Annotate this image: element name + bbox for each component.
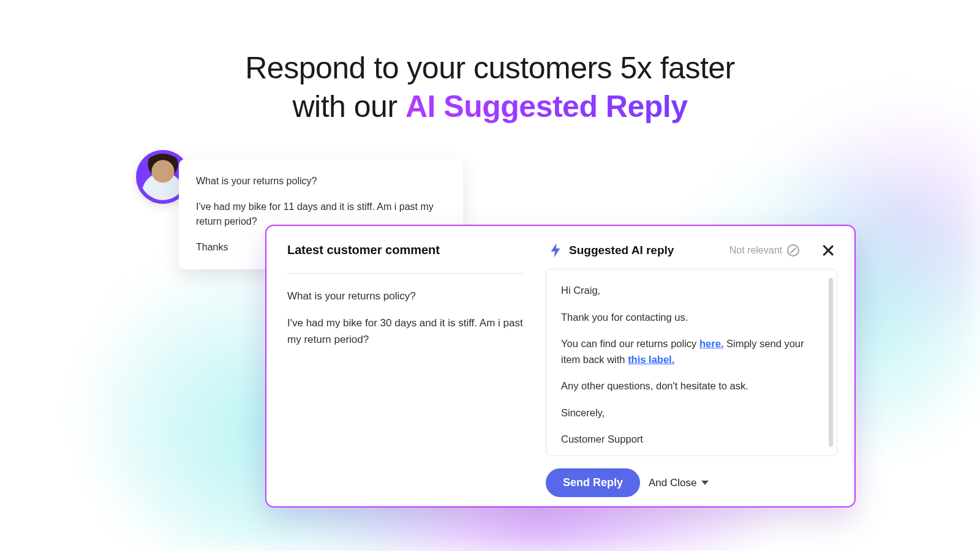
latest-comment-body: What is your returns policy? I've had my… [287,288,524,348]
and-close-label: And Close [649,477,696,489]
reply-thanks: Thank you for contacting us. [561,310,822,326]
not-relevant-label: Not relevant [729,245,782,256]
ai-reply-panel: Latest customer comment What is your ret… [265,225,856,508]
chevron-down-icon [701,481,709,485]
return-label-link[interactable]: this label. [628,354,674,365]
latest-comment-column: Latest customer comment What is your ret… [266,226,542,506]
suggested-reply-column: Suggested AI reply Not relevant Hi Craig… [542,226,854,506]
headline-line1: Respond to your customers 5x faster [245,51,735,85]
latest-comment-title: Latest customer comment [287,243,524,257]
reply-actions: Send Reply And Close [546,468,837,497]
headline-accent: AI Suggested Reply [405,89,688,124]
suggested-reply-textbox[interactable]: Hi Craig, Thank you for contacting us. Y… [546,269,837,456]
reply-policy-line: You can find our returns policy here. Si… [561,336,822,367]
not-relevant-button[interactable]: Not relevant [729,244,799,257]
reply-any-other: Any other questions, don't hesitate to a… [561,378,822,394]
bolt-icon [549,243,562,258]
send-reply-button[interactable]: Send Reply [546,468,640,497]
reply-signature: Customer Support [561,432,822,448]
close-icon[interactable] [821,244,835,257]
and-close-dropdown[interactable]: And Close [649,477,709,489]
suggested-reply-header: Suggested AI reply Not relevant [546,241,837,258]
returns-policy-link[interactable]: here. [699,338,723,349]
reply-greeting: Hi Craig, [561,283,822,299]
reply-sincerely: Sincerely, [561,405,822,421]
page-headline: Respond to your customers 5x faster with… [0,49,980,126]
ban-icon [787,244,799,257]
divider [287,273,524,274]
suggested-reply-title: Suggested AI reply [569,244,674,257]
customer-message-question: What is your returns policy? [196,174,446,189]
latest-comment-question: What is your returns policy? [287,288,524,304]
headline-line2-prefix: with our [293,89,405,124]
reply-scrollbar[interactable] [829,278,833,447]
latest-comment-text: I've had my bike for 30 days and it is s… [287,315,524,348]
